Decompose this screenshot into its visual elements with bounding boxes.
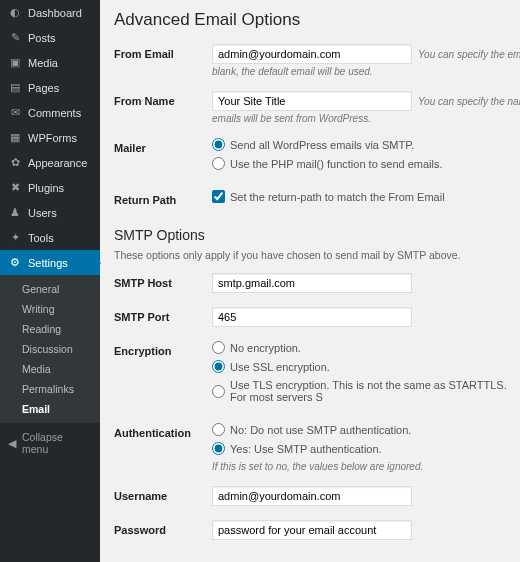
sidebar-item-dashboard[interactable]: ◐Dashboard [0, 0, 100, 25]
settings-submenu: General Writing Reading Discussion Media… [0, 275, 100, 423]
from-email-label: From Email [114, 44, 212, 60]
sidebar-item-label: Comments [28, 107, 81, 119]
sidebar-item-label: Dashboard [28, 7, 82, 19]
smtp-port-label: SMTP Port [114, 307, 212, 323]
password-input[interactable] [212, 520, 412, 540]
comments-icon: ✉ [8, 106, 22, 119]
sidebar-item-settings[interactable]: ⚙Settings [0, 250, 100, 275]
sidebar-item-posts[interactable]: ✎Posts [0, 25, 100, 50]
mailer-php-radio[interactable]: Use the PHP mail() function to send emai… [212, 157, 512, 170]
encryption-none-radio[interactable]: No encryption. [212, 341, 512, 354]
wpforms-icon: ▦ [8, 131, 22, 144]
encryption-ssl-radio[interactable]: Use SSL encryption. [212, 360, 512, 373]
sidebar-item-wpforms[interactable]: ▦WPForms [0, 125, 100, 150]
username-input[interactable] [212, 486, 412, 506]
from-email-hint: blank, the default email will be used. [212, 66, 520, 77]
smtp-host-label: SMTP Host [114, 273, 212, 289]
sidebar-item-label: Settings [28, 257, 68, 269]
appearance-icon: ✿ [8, 156, 22, 169]
sidebar-item-tools[interactable]: ✦Tools [0, 225, 100, 250]
sidebar-item-users[interactable]: ♟Users [0, 200, 100, 225]
dashboard-icon: ◐ [8, 6, 22, 19]
from-name-hint: emails will be sent from WordPress. [212, 113, 520, 124]
sidebar-item-pages[interactable]: ▤Pages [0, 75, 100, 100]
smtp-options-title: SMTP Options [114, 227, 512, 243]
tools-icon: ✦ [8, 231, 22, 244]
return-path-label: Return Path [114, 190, 212, 206]
gear-icon: ⚙ [8, 256, 22, 269]
page-title: Advanced Email Options [114, 10, 512, 30]
smtp-options-desc: These options only apply if you have cho… [114, 249, 512, 261]
collapse-menu[interactable]: ◀Collapse menu [0, 423, 100, 463]
plugins-icon: ✖ [8, 181, 22, 194]
pages-icon: ▤ [8, 81, 22, 94]
admin-sidebar: ◐Dashboard ✎Posts ▣Media ▤Pages ✉Comment… [0, 0, 100, 562]
subitem-discussion[interactable]: Discussion [0, 339, 100, 359]
from-name-input[interactable] [212, 91, 412, 111]
sidebar-item-appearance[interactable]: ✿Appearance [0, 150, 100, 175]
from-name-hint-side: You can specify the name [418, 96, 520, 107]
from-name-label: From Name [114, 91, 212, 107]
from-email-hint-side: You can specify the emai [418, 49, 520, 60]
sidebar-item-label: Posts [28, 32, 56, 44]
auth-hint: If this is set to no, the values below a… [212, 461, 512, 472]
subitem-writing[interactable]: Writing [0, 299, 100, 319]
auth-no-radio[interactable]: No: Do not use SMTP authentication. [212, 423, 512, 436]
collapse-icon: ◀ [8, 437, 16, 449]
subitem-permalinks[interactable]: Permalinks [0, 379, 100, 399]
sidebar-item-label: WPForms [28, 132, 77, 144]
auth-label: Authentication [114, 423, 212, 439]
auth-yes-radio[interactable]: Yes: Use SMTP authentication. [212, 442, 512, 455]
encryption-label: Encryption [114, 341, 212, 357]
mailer-smtp-radio[interactable]: Send all WordPress emails via SMTP. [212, 138, 512, 151]
sidebar-item-plugins[interactable]: ✖Plugins [0, 175, 100, 200]
sidebar-item-label: Tools [28, 232, 54, 244]
mailer-label: Mailer [114, 138, 212, 154]
return-path-checkbox[interactable]: Set the return-path to match the From Em… [212, 190, 512, 203]
posts-icon: ✎ [8, 31, 22, 44]
smtp-port-input[interactable] [212, 307, 412, 327]
subitem-email[interactable]: Email [0, 399, 100, 419]
users-icon: ♟ [8, 206, 22, 219]
sidebar-item-label: Pages [28, 82, 59, 94]
subitem-media[interactable]: Media [0, 359, 100, 379]
media-icon: ▣ [8, 56, 22, 69]
sidebar-item-label: Media [28, 57, 58, 69]
main-content: Advanced Email Options From Email You ca… [100, 0, 520, 562]
sidebar-item-label: Users [28, 207, 57, 219]
sidebar-item-media[interactable]: ▣Media [0, 50, 100, 75]
encryption-tls-radio[interactable]: Use TLS encryption. This is not the same… [212, 379, 512, 403]
from-email-input[interactable] [212, 44, 412, 64]
sidebar-item-label: Plugins [28, 182, 64, 194]
sidebar-item-comments[interactable]: ✉Comments [0, 100, 100, 125]
username-label: Username [114, 486, 212, 502]
smtp-host-input[interactable] [212, 273, 412, 293]
sidebar-item-label: Appearance [28, 157, 87, 169]
subitem-general[interactable]: General [0, 279, 100, 299]
password-label: Password [114, 520, 212, 536]
subitem-reading[interactable]: Reading [0, 319, 100, 339]
